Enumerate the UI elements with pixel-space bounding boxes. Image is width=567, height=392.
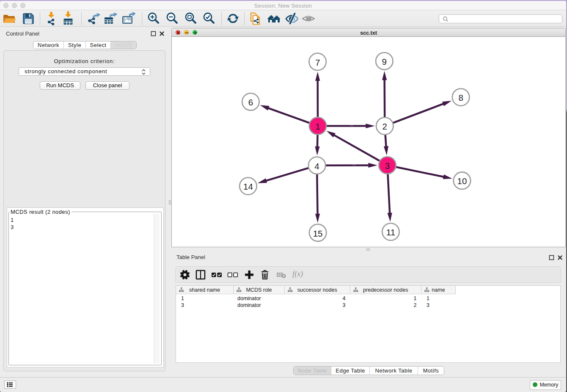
- svg-text:3: 3: [385, 161, 390, 171]
- svg-text:10: 10: [457, 176, 467, 186]
- svg-text:7: 7: [315, 58, 320, 67]
- svg-text:11: 11: [386, 227, 395, 237]
- svg-text:6: 6: [248, 97, 253, 107]
- svg-text:8: 8: [458, 93, 463, 102]
- svg-text:9: 9: [382, 57, 387, 66]
- svg-text:4: 4: [314, 161, 319, 171]
- svg-text:14: 14: [243, 182, 253, 191]
- svg-text:1: 1: [315, 121, 320, 131]
- svg-text:15: 15: [313, 229, 323, 238]
- svg-text:2: 2: [383, 121, 387, 131]
